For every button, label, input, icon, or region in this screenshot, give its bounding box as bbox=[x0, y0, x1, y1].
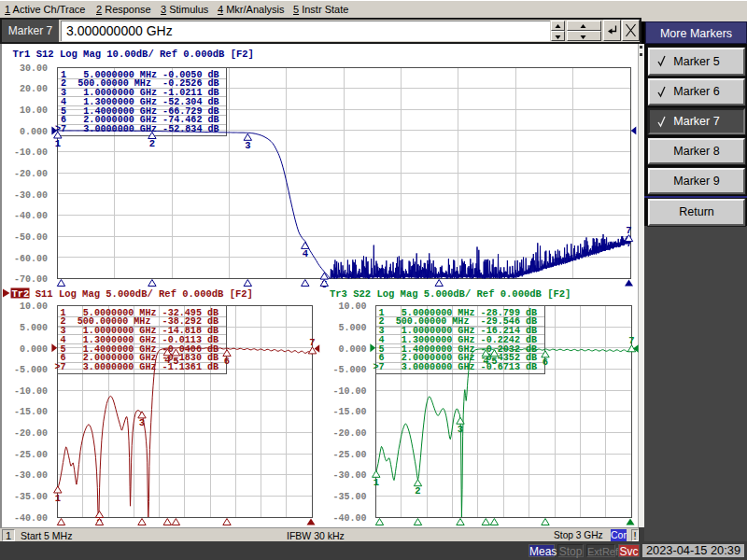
svg-text:3: 3 bbox=[458, 424, 463, 435]
svg-text:-10.00: -10.00 bbox=[14, 147, 48, 158]
svg-text:20.00: 20.00 bbox=[20, 84, 48, 94]
svg-text:3: 3 bbox=[245, 140, 250, 151]
svg-text:>7 3.0000000 GHz -0.6713 dB: >7 3.0000000 GHz -0.6713 dB bbox=[374, 362, 538, 372]
svg-text:-15.00: -15.00 bbox=[14, 407, 48, 417]
svg-text:-35.00: -35.00 bbox=[332, 492, 366, 502]
svg-text:-10.00: -10.00 bbox=[332, 386, 366, 397]
svg-text:4: 4 bbox=[164, 355, 170, 366]
svg-text:-20.00: -20.00 bbox=[14, 169, 48, 179]
svg-text:3: 3 bbox=[139, 417, 145, 428]
svg-text:5.000: 5.000 bbox=[338, 323, 366, 333]
svg-text:5: 5 bbox=[491, 356, 497, 367]
svg-text:0.000: 0.000 bbox=[338, 344, 366, 355]
svg-text:7: 7 bbox=[628, 335, 634, 346]
svg-text:4: 4 bbox=[303, 248, 308, 259]
svg-text:-20.00: -20.00 bbox=[332, 428, 366, 439]
svg-text:-60.00: -60.00 bbox=[14, 254, 48, 264]
svg-text:-40.00: -40.00 bbox=[332, 513, 366, 524]
svg-text:30.00: 30.00 bbox=[20, 63, 48, 74]
svg-text:0.000: 0.000 bbox=[20, 344, 48, 355]
svg-text:1: 1 bbox=[55, 138, 61, 149]
svg-text:6: 6 bbox=[543, 357, 548, 368]
svg-text:>7 3.0000000 GHz -52.834 dB: >7 3.0000000 GHz -52.834 dB bbox=[55, 124, 219, 134]
svg-text:Tr2 S11 Log Mag 5.000dB/ Ref 0: Tr2 S11 Log Mag 5.000dB/ Ref 0.000dB [F2… bbox=[12, 288, 253, 300]
svg-text:10.00: 10.00 bbox=[20, 105, 48, 116]
svg-text:7: 7 bbox=[626, 225, 631, 236]
svg-text:-25.00: -25.00 bbox=[14, 450, 48, 460]
svg-text:-40.00: -40.00 bbox=[14, 513, 48, 524]
svg-text:-25.00: -25.00 bbox=[332, 450, 366, 460]
svg-text:-30.00: -30.00 bbox=[332, 470, 366, 481]
svg-text:-30.00: -30.00 bbox=[14, 190, 48, 201]
svg-text:-20.00: -20.00 bbox=[14, 428, 48, 439]
svg-text:Tr1 S12 Log Mag 10.00dB/ Ref 0: Tr1 S12 Log Mag 10.00dB/ Ref 0.000dB [F2… bbox=[13, 49, 254, 60]
svg-text:1: 1 bbox=[374, 477, 379, 488]
svg-text:10.00: 10.00 bbox=[20, 301, 48, 312]
svg-text:-50.00: -50.00 bbox=[14, 232, 48, 243]
svg-text:-15.00: -15.00 bbox=[332, 407, 366, 417]
svg-text:-10.00: -10.00 bbox=[14, 386, 48, 397]
svg-text:2: 2 bbox=[149, 138, 155, 149]
svg-text:-40.00: -40.00 bbox=[14, 211, 48, 221]
svg-text:-30.00: -30.00 bbox=[14, 470, 48, 481]
svg-text:1: 1 bbox=[55, 493, 61, 504]
svg-text:5: 5 bbox=[173, 356, 178, 367]
svg-text:7: 7 bbox=[309, 337, 315, 348]
svg-text:5.000: 5.000 bbox=[20, 323, 48, 333]
svg-text:-5.000: -5.000 bbox=[332, 365, 366, 375]
svg-text:2: 2 bbox=[415, 485, 420, 497]
svg-text:6: 6 bbox=[224, 356, 230, 367]
svg-text:4: 4 bbox=[483, 356, 488, 367]
svg-text:-70.00: -70.00 bbox=[14, 274, 48, 285]
svg-text:0.000: 0.000 bbox=[20, 127, 48, 137]
svg-text:>7 3.0000000 GHz -1.1361 dB: >7 3.0000000 GHz -1.1361 dB bbox=[55, 362, 219, 372]
svg-text:10.00: 10.00 bbox=[338, 301, 366, 312]
svg-text:-35.00: -35.00 bbox=[14, 492, 48, 502]
svg-text:Tr3 S22 Log Mag 5.000dB/ Ref 0: Tr3 S22 Log Mag 5.000dB/ Ref 0.000dB [F2… bbox=[330, 288, 571, 300]
svg-text:-5.000: -5.000 bbox=[14, 365, 48, 375]
